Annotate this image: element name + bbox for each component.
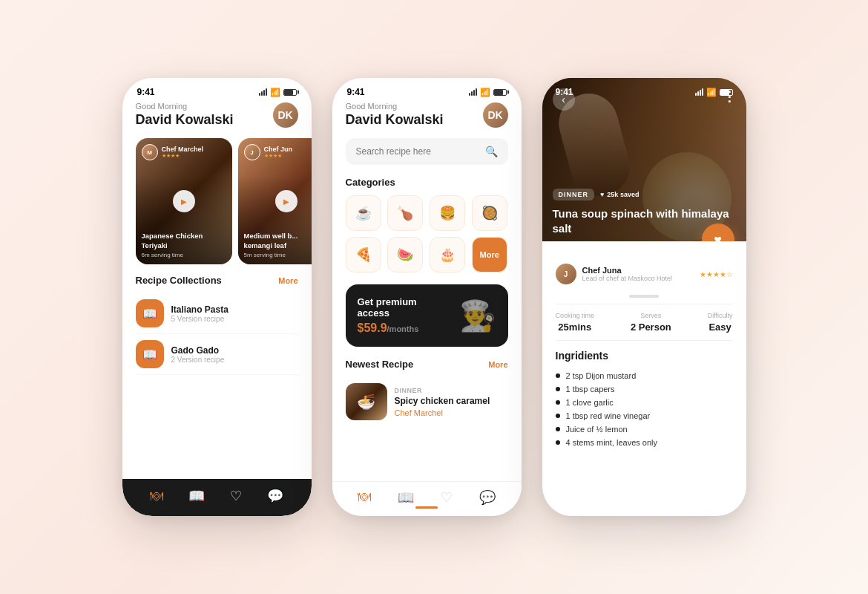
newest-section: Newest Recipe More 🍜 DINNER Spicy chicke…	[346, 359, 508, 426]
battery-icon-left	[283, 89, 297, 96]
username-left: David Kowalski	[136, 112, 234, 128]
status-bar-left: 9:41 📶	[122, 78, 312, 102]
dot-4	[556, 427, 560, 431]
fruit-icon: 🍉	[397, 247, 413, 263]
ingredient-0: 2 tsp Dijon mustard	[556, 369, 733, 382]
collection-icon-1: 📖	[136, 340, 164, 368]
premium-chef-icon: 👨‍🍳	[459, 298, 496, 333]
premium-title-line1: Get premium	[358, 296, 419, 307]
ingredient-1: 1 tbsp capers	[556, 382, 733, 396]
chef-avatar-0: M	[142, 144, 158, 160]
cake-icon: 🎂	[439, 247, 456, 263]
cat-more[interactable]: More	[472, 237, 507, 272]
play-btn-1[interactable]: ▶	[275, 190, 297, 212]
dot-2	[556, 400, 560, 405]
recipe-detail: J Chef Juna Lead of chef at Maskoco Hote…	[542, 241, 746, 457]
premium-price: $59.9/months	[358, 322, 419, 335]
status-icons-left: 📶	[259, 88, 297, 97]
cat-chicken[interactable]: 🍗	[387, 195, 423, 231]
price-unit: /months	[387, 324, 419, 333]
signal-icon-mid	[469, 88, 477, 96]
cat-pizza[interactable]: 🍕	[346, 237, 381, 272]
battery-icon-right	[720, 89, 733, 96]
bowl-icon: 🥘	[481, 205, 498, 221]
nav-chat-left[interactable]: 💬	[267, 488, 283, 504]
chef-info-right: Chef Juna Lead of chef at Maskoco Hotel	[582, 266, 673, 282]
search-input[interactable]	[356, 146, 479, 157]
premium-card[interactable]: Get premium access $59.9/months 👨‍🍳	[346, 284, 508, 347]
cat-fruit[interactable]: 🍉	[387, 237, 423, 272]
nav-heart-left[interactable]: ♡	[230, 488, 242, 504]
avatar-mid[interactable]: DK	[483, 102, 508, 128]
card-info-0: Japanese Chicken Teriyaki 6m serving tim…	[142, 232, 226, 258]
chef-text-1: Chef Jun ★★★★	[264, 146, 293, 160]
collections-more[interactable]: More	[278, 276, 297, 285]
chicken-icon: 🍗	[397, 205, 413, 221]
saved-count: 25k saved	[607, 191, 639, 198]
battery-icon-mid	[493, 89, 507, 96]
dot-1	[556, 387, 560, 391]
search-icon: 🔍	[485, 146, 498, 157]
status-icons-mid: 📶	[469, 88, 507, 97]
categories-header: Categories	[346, 177, 508, 188]
difficulty-label: Difficulty	[708, 312, 733, 319]
scroll-indicator	[629, 295, 659, 298]
header-mid: Good Morning David Kowalski DK	[346, 102, 508, 128]
greeting-block-left: Good Morning David Kowalski	[136, 102, 234, 128]
cooking-time-label: Cooking time	[556, 312, 595, 319]
avatar-left[interactable]: DK	[273, 102, 298, 128]
collection-icon-0: 📖	[136, 299, 164, 327]
chef-avatar-right: J	[556, 264, 576, 284]
status-bar-right: 9:41 📶	[542, 78, 746, 97]
nav-home-mid[interactable]: 🍽	[358, 489, 371, 506]
chef-avatar-1: J	[244, 144, 260, 160]
nav-chat-mid[interactable]: 💬	[479, 489, 496, 506]
ingredient-2: 1 clove garlic	[556, 396, 733, 409]
meta-row: Cooking time 25mins Serves 2 Person Diff…	[556, 304, 733, 341]
collection-item-0[interactable]: 📖 Italiano Pasta 5 Version recipe	[136, 293, 298, 334]
serves-label: Serves	[631, 312, 671, 319]
chef-name: Chef Juna	[582, 266, 673, 275]
nav-heart-mid[interactable]: ♡	[441, 489, 453, 506]
nav-book-mid[interactable]: 📖	[398, 489, 414, 506]
cat-drinks[interactable]: ☕	[346, 195, 381, 231]
phone-middle: 9:41 📶 Good Morning David Kowals	[332, 78, 522, 516]
chef-title: Lead of chef at Maskoco Hotel	[582, 275, 673, 282]
nav-book-left[interactable]: 📖	[188, 488, 205, 504]
ingredients-section: Ingridients 2 tsp Dijon mustard 1 tbsp c…	[556, 350, 733, 449]
dot-5	[556, 440, 560, 445]
left-content: Good Morning David Kowalski DK M Chef Ma…	[122, 102, 312, 375]
recipe-details-0: DINNER Spicy chicken caramel Chef Marche…	[395, 387, 490, 417]
active-dot	[415, 506, 438, 509]
nav-home-left[interactable]: 🍽	[150, 489, 163, 504]
collection-item-1[interactable]: 📖 Gado Gado 2 Version recipe	[136, 334, 298, 375]
card-info-1: Medium well b... kemangi leaf 5m serving…	[244, 232, 312, 258]
play-btn-0[interactable]: ▶	[173, 190, 195, 212]
recipe-thumb-0: 🍜	[346, 383, 387, 420]
cat-burger[interactable]: 🍔	[430, 195, 465, 231]
time-right: 9:41	[556, 87, 573, 97]
collection-info-0: Italiano Pasta 5 Version recipe	[171, 304, 228, 323]
video-card-1[interactable]: J Chef Jun ★★★★ ▶ Medium well b... keman…	[238, 138, 312, 264]
newest-title: Newest Recipe	[346, 359, 414, 370]
header-left: Good Morning David Kowalski DK	[136, 102, 298, 128]
phones-container: 9:41 📶 Good Morning David Kowals	[122, 78, 746, 516]
cooking-time-item: Cooking time 25mins	[556, 312, 595, 333]
pizza-icon: 🍕	[355, 247, 372, 263]
dot-3	[556, 414, 560, 418]
bottom-nav-left: 🍽 📖 ♡ 💬	[122, 479, 312, 516]
search-bar[interactable]: 🔍	[346, 138, 508, 165]
signal-icon-right	[695, 88, 703, 96]
saved-badge: ♥ 25k saved	[600, 191, 639, 198]
newest-more[interactable]: More	[488, 360, 507, 369]
newest-recipe-0[interactable]: 🍜 DINNER Spicy chicken caramel Chef Marc…	[346, 377, 508, 426]
mid-content: Good Morning David Kowalski DK 🔍 Categor…	[332, 102, 522, 426]
video-card-0[interactable]: M Chef Marchel ★★★★ ▶ Japanese Chicken T…	[136, 138, 232, 264]
collections-header: Recipe Collections More	[136, 275, 298, 286]
categories-grid: ☕ 🍗 🍔 🥘 🍕 🍉 🎂 More	[346, 195, 508, 272]
wifi-icon-left: 📶	[270, 88, 280, 97]
premium-text: Get premium access $59.9/months	[358, 296, 419, 335]
cat-cake[interactable]: 🎂	[430, 237, 465, 272]
cat-bowl[interactable]: 🥘	[472, 195, 507, 231]
difficulty-value: Easy	[708, 322, 733, 333]
